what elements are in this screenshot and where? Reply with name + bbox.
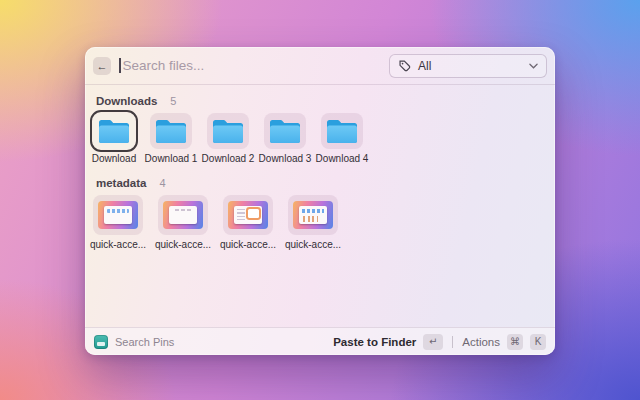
paste-to-finder-button[interactable]: Paste to Finder (333, 336, 416, 348)
file-item-label: quick-acce... (285, 239, 341, 250)
folder-item-label: Download (92, 153, 136, 164)
file-item-quick-access-2[interactable]: quick-acce... (158, 195, 208, 250)
folder-item-label: Download 1 (145, 153, 198, 164)
folder-item-download[interactable]: Download (93, 113, 135, 164)
section-header-metadata: metadata 4 (96, 177, 547, 189)
folder-icon (97, 117, 131, 145)
folder-icon (154, 117, 188, 145)
section-title: metadata (96, 177, 147, 189)
file-item-label: quick-acce... (220, 239, 276, 250)
actions-button[interactable]: Actions (462, 336, 500, 348)
text-caret (119, 58, 121, 73)
folder-icon (211, 117, 245, 145)
folder-item-download-4[interactable]: Download 4 (321, 113, 363, 164)
footer-bar: Search Pins Paste to Finder ↵ Actions ⌘ … (85, 327, 555, 355)
file-tile-box (93, 195, 143, 235)
section-title: Downloads (96, 95, 157, 107)
folder-item-download-1[interactable]: Download 1 (150, 113, 192, 164)
section-header-downloads: Downloads 5 (96, 95, 547, 107)
folder-tile-selected (93, 113, 135, 149)
screenshot-thumbnail (293, 201, 333, 229)
footer-divider (452, 336, 453, 348)
return-key-icon: ↵ (423, 334, 443, 350)
folder-item-download-3[interactable]: Download 3 (264, 113, 306, 164)
file-item-label: quick-acce... (155, 239, 211, 250)
file-item-quick-access-3[interactable]: quick-acce... (223, 195, 273, 250)
results-list: Downloads 5 Download Download 1 Download… (85, 85, 555, 327)
thumbnail-window-graphic (234, 206, 262, 224)
folder-tile (207, 113, 249, 149)
file-tile-box (158, 195, 208, 235)
chevron-down-icon (529, 63, 538, 69)
section-count: 5 (170, 95, 176, 107)
filter-selected-value: All (418, 59, 522, 73)
file-item-quick-access-4[interactable]: quick-acce... (288, 195, 338, 250)
downloads-row: Download Download 1 Download 2 Download … (93, 113, 547, 164)
screenshot-thumbnail (228, 201, 268, 229)
back-button[interactable]: ← (93, 57, 111, 75)
footer-app-name: Search Pins (115, 336, 174, 348)
command-key-icon: ⌘ (507, 334, 523, 350)
folder-icon (268, 117, 302, 145)
tag-icon (398, 59, 411, 72)
search-input[interactable]: Search files... (123, 58, 205, 73)
screenshot-thumbnail (98, 201, 138, 229)
filter-dropdown[interactable]: All (389, 54, 547, 78)
folder-icon (325, 117, 359, 145)
thumbnail-window-graphic (169, 206, 197, 224)
folder-item-download-2[interactable]: Download 2 (207, 113, 249, 164)
folder-tile (264, 113, 306, 149)
folder-item-label: Download 3 (259, 153, 312, 164)
thumbnail-window-graphic (104, 206, 132, 224)
search-window: ← Search files... All Downloads 5 Downlo… (85, 47, 555, 355)
screenshot-thumbnail (163, 201, 203, 229)
back-arrow-icon: ← (97, 60, 108, 72)
file-item-label: quick-acce... (90, 239, 146, 250)
file-tile-box (288, 195, 338, 235)
k-key-icon: K (530, 334, 546, 350)
folder-item-label: Download 4 (316, 153, 369, 164)
folder-tile (321, 113, 363, 149)
file-item-quick-access-1[interactable]: quick-acce... (93, 195, 143, 250)
search-pins-app-icon (94, 335, 108, 349)
thumbnail-window-graphic (299, 206, 327, 224)
metadata-row: quick-acce... quick-acce... quick-acce..… (93, 195, 547, 250)
search-bar: ← Search files... All (85, 47, 555, 85)
folder-tile (150, 113, 192, 149)
section-count: 4 (160, 177, 166, 189)
file-tile-box (223, 195, 273, 235)
folder-item-label: Download 2 (202, 153, 255, 164)
